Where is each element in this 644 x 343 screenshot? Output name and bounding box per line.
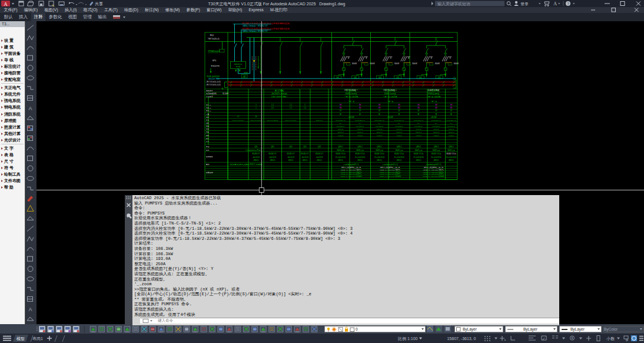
svg-text:登录: 登录 — [520, 2, 529, 6]
svg-text:?: ? — [567, 2, 569, 6]
svg-text:A: A — [28, 105, 32, 111]
svg-text:模型: 模型 — [16, 337, 25, 341]
svg-text:比例 1:100: 比例 1:100 — [398, 337, 418, 341]
svg-text:A: A — [553, 1, 557, 6]
svg-text:输入关键字或短语: 输入关键字或短语 — [437, 1, 470, 6]
svg-text:T30天正电气软件 V1.0正式版 For Autodesk: T30天正电气软件 V1.0正式版 For Autodesk AutoCAD 2… — [208, 2, 345, 6]
svg-text:A: A — [4, 1, 8, 7]
svg-text:15807, -3613, 0: 15807, -3613, 0 — [447, 337, 476, 341]
svg-text:共享: 共享 — [95, 2, 103, 6]
svg-text:布局1: 布局1 — [32, 337, 43, 341]
svg-text:小数: 小数 — [606, 337, 615, 341]
svg-text:A: A — [28, 306, 32, 312]
